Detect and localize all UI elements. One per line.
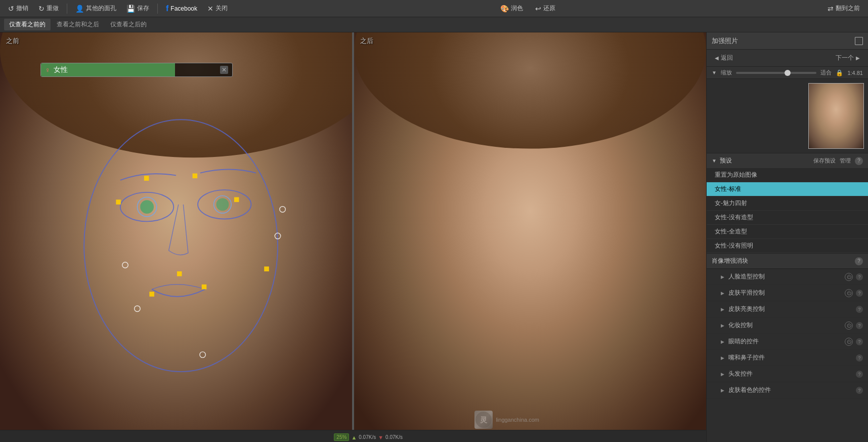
control-arrow-icon: ▶ (721, 291, 724, 296)
view-before-after-button[interactable]: 查看之前和之后 (52, 19, 104, 30)
right-header: 加强照片 (707, 32, 868, 50)
presets-title: 预设 (720, 156, 732, 165)
thumbnail-portrait (809, 84, 863, 148)
face-tag-icon: ♀ (45, 66, 51, 74)
power-icon-0[interactable]: ⏻ (845, 273, 853, 281)
save-button[interactable]: 💾 保存 (122, 3, 153, 14)
watermark-logo: 灵 (474, 411, 493, 429)
thumbnail-box (808, 83, 864, 149)
presets-section: ▼ 预设 保存预设 管理 ? 重置为原始图像女性-标准女-魅力四射女性-没有造型… (707, 153, 868, 254)
presets-title-row: ▼ 预设 (712, 156, 732, 165)
control-item-7[interactable]: ▶皮肤着色的控件? (707, 382, 868, 398)
preset-item-0[interactable]: 重置为原始图像 (707, 168, 868, 182)
before-label: 之前 (6, 36, 19, 46)
tune-color-button[interactable]: 🎨 润色 (496, 3, 527, 14)
back-arrow-icon: ◀ (715, 55, 719, 61)
undo-button[interactable]: ↺ 撤销 (4, 3, 32, 14)
toolbar: ↺ 撤销 ↻ 重做 👤 其他的面孔 💾 保存 f Facebook ✕ 关闭 🎨… (0, 0, 868, 17)
flip-button[interactable]: ⇄ 翻到之前 (823, 3, 864, 14)
control-arrow-icon: ▶ (721, 307, 724, 312)
control-help-0[interactable]: ? (856, 273, 863, 280)
power-icon-4[interactable]: ⏻ (845, 338, 853, 346)
zoom-collapse-icon: ▼ (712, 70, 717, 75)
upload-icon: ▲ (351, 434, 357, 440)
control-label-0: 人脸造型控制 (728, 272, 765, 281)
preset-item-1[interactable]: 女性-标准 (707, 182, 868, 196)
restore-button[interactable]: ↩ 还原 (531, 3, 559, 14)
undo-icon: ↺ (8, 5, 14, 13)
control-item-6[interactable]: ▶头发控件? (707, 366, 868, 382)
control-arrow-icon: ▶ (721, 339, 724, 344)
power-icon-1[interactable]: ⏻ (845, 289, 853, 297)
redo-button[interactable]: ↻ 重做 (34, 3, 63, 14)
presets-actions: 保存预设 管理 ? (813, 157, 863, 165)
speed-badge: 25% (334, 433, 349, 441)
enhancement-help-button[interactable]: ? (855, 257, 863, 265)
control-help-5[interactable]: ? (856, 354, 863, 361)
after-panel: 之后 (354, 32, 706, 430)
control-item-5[interactable]: ▶嘴和鼻子控件? (707, 350, 868, 366)
control-arrow-icon: ▶ (721, 274, 724, 279)
tune-icon: 🎨 (500, 5, 509, 13)
watermark: 灵 lingganchina.com (474, 411, 539, 429)
back-button[interactable]: ◀ 返回 (712, 53, 736, 63)
separator (157, 4, 158, 14)
speed-indicator: 25% ▲ 0.07K/s ▼ 0.07K/s (334, 433, 403, 441)
face-tag: ♀ 女性 ✕ (40, 63, 233, 77)
flip-icon: ⇄ (828, 5, 834, 13)
other-faces-button[interactable]: 👤 其他的面孔 (71, 3, 120, 14)
close-icon: ✕ (207, 5, 213, 13)
maximize-button[interactable] (855, 37, 863, 45)
enhancement-section: 肖像增强消块 ? ▶人脸造型控制⏻?▶皮肤平滑控制⏻?▶皮肤亮奥控制?▶化妆控制… (707, 254, 868, 442)
faces-icon: 👤 (75, 5, 84, 13)
preset-item-3[interactable]: 女性-没有造型 (707, 211, 868, 225)
right-panel: 加强照片 ◀ 返回 下一个 ▶ ▼ 缩放 适合 🔒 1:4.8 (706, 32, 868, 442)
control-item-0[interactable]: ▶人脸造型控制⏻? (707, 269, 868, 285)
image-area: ♀ 女性 ✕ 之前 之后 25% ▲ 0.07K/s ▼ (0, 32, 706, 442)
download-icon: ▼ (378, 434, 383, 440)
control-help-4[interactable]: ? (856, 338, 863, 345)
toolbar-center: 🎨 润色 ↩ 还原 (234, 3, 821, 14)
controls-list: ▶人脸造型控制⏻?▶皮肤平滑控制⏻?▶皮肤亮奥控制?▶化妆控制⏻?▶眼睛的控件⏻… (707, 269, 868, 398)
control-arrow-icon: ▶ (721, 388, 724, 393)
preset-list: 重置为原始图像女性-标准女-魅力四射女性-没有造型女性-全造型女性-没有照明 (707, 168, 868, 253)
control-help-7[interactable]: ? (856, 387, 863, 394)
next-button[interactable]: 下一个 ▶ (833, 53, 863, 63)
zoom-fit-button[interactable]: 适合 (820, 69, 832, 76)
control-item-1[interactable]: ▶皮肤平滑控制⏻? (707, 285, 868, 301)
control-help-2[interactable]: ? (856, 306, 863, 313)
watermark-text: lingganchina.com (496, 417, 539, 423)
control-item-3[interactable]: ▶化妆控制⏻? (707, 317, 868, 334)
view-after-only-button[interactable]: 仅查看之后的 (105, 19, 152, 30)
preset-item-4[interactable]: 女性-全造型 (707, 225, 868, 239)
control-item-2[interactable]: ▶皮肤亮奥控制? (707, 301, 868, 317)
preset-item-2[interactable]: 女-魅力四射 (707, 196, 868, 211)
face-tag-close-button[interactable]: ✕ (220, 66, 228, 74)
presets-help-button[interactable]: ? (855, 157, 863, 165)
zoom-row: ▼ 缩放 适合 🔒 1:4.81 (707, 67, 868, 79)
close-button[interactable]: ✕ 关闭 (203, 3, 232, 14)
control-item-4[interactable]: ▶眼睛的控件⏻? (707, 334, 868, 350)
control-help-6[interactable]: ? (856, 371, 863, 378)
save-icon: 💾 (126, 5, 135, 13)
control-help-1[interactable]: ? (856, 290, 863, 297)
control-help-3[interactable]: ? (856, 322, 863, 329)
view-before-only-button[interactable]: 仅查看之前的 (4, 19, 51, 30)
status-bar: 25% ▲ 0.07K/s ▼ 0.07K/s 灵 lingganchina.c… (0, 430, 706, 442)
subbar: 仅查看之前的 查看之前和之后 仅查看之后的 (0, 17, 868, 32)
preset-item-5[interactable]: 女性-没有照明 (707, 239, 868, 253)
save-preset-button[interactable]: 保存预设 (813, 157, 836, 165)
right-panel-title: 加强照片 (712, 36, 738, 46)
nav-row: ◀ 返回 下一个 ▶ (707, 50, 868, 67)
control-label-4: 眼睛的控件 (728, 337, 759, 346)
manage-presets-button[interactable]: 管理 (840, 157, 851, 165)
zoom-slider[interactable] (736, 72, 817, 74)
control-label-2: 皮肤亮奥控制 (728, 305, 765, 313)
facebook-button[interactable]: f Facebook (162, 3, 201, 15)
presets-header[interactable]: ▼ 预设 保存预设 管理 ? (707, 153, 868, 168)
right-header-actions (855, 37, 863, 45)
control-arrow-icon: ▶ (721, 323, 724, 328)
control-label-1: 皮肤平滑控制 (728, 289, 765, 297)
power-icon-3[interactable]: ⏻ (845, 322, 853, 330)
zoom-thumb[interactable] (785, 70, 791, 76)
